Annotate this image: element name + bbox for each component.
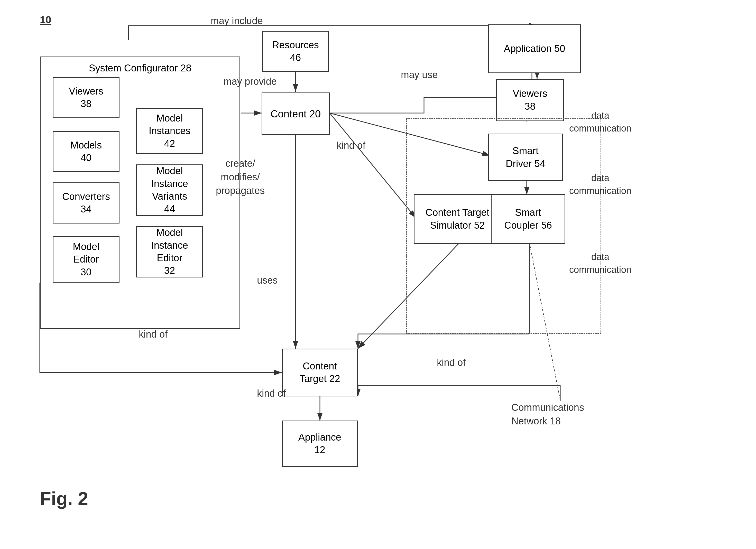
model-editor-box: Model Editor 30 [53,236,119,283]
diagram-ref: 10 [40,14,51,26]
label-uses: uses [257,275,278,286]
appliance-label: Appliance 12 [298,431,341,457]
smart-driver-box: Smart Driver 54 [488,134,563,181]
system-configurator-label: System Configurator 28 [89,62,191,75]
viewers-right-box: Viewers 38 [496,79,564,121]
content-label: Content 20 [271,107,321,120]
label-may-provide: may provide [224,76,277,87]
smart-driver-label: Smart Driver 54 [506,145,545,170]
smart-coupler-label: Smart Coupler 56 [504,206,552,232]
label-may-use: may use [401,69,438,80]
application-label: Application 50 [504,42,565,55]
content-box: Content 20 [262,92,330,135]
resources-box: Resources 46 [262,31,329,72]
model-editor-label: Model Editor 30 [73,240,99,278]
appliance-box: Appliance 12 [282,421,358,467]
label-kind-of-appliance: kind of [257,388,286,399]
viewers-left-label: Viewers 38 [69,85,103,110]
model-instance-variants-box: Model Instance Variants 44 [136,164,203,216]
model-instances-box: Model Instances 42 [136,108,203,154]
label-kind-of-comms: kind of [437,357,466,368]
converters-label: Converters 34 [62,190,110,216]
label-create-modifies: create/ modifies/ propagates [216,157,265,198]
model-instance-variants-label: Model Instance Variants 44 [151,165,188,216]
label-may-include: may include [211,15,263,26]
label-data-comm-2: data communication [569,172,631,198]
content-target-simulator-box: Content Target Simulator 52 [414,194,501,244]
viewers-left-box: Viewers 38 [53,77,119,118]
fig-label: Fig. 2 [40,488,88,509]
viewers-right-label: Viewers 38 [513,87,547,113]
label-data-comm-3: data communication [569,250,631,276]
model-instances-label: Model Instances 42 [149,112,191,150]
content-target-label: Content Target 22 [299,360,340,385]
models-label: Models 40 [70,139,102,164]
svg-line-13 [330,113,416,218]
content-target-simulator-label: Content Target Simulator 52 [426,206,490,232]
model-instance-editor-box: Model Instance Editor 32 [136,226,203,277]
label-kind-of-content: kind of [337,140,365,151]
smart-coupler-box: Smart Coupler 56 [491,194,565,244]
application-box: Application 50 [488,24,581,73]
comms-network-label: Communications Network 18 [511,401,584,428]
label-data-comm-1: data communication [569,109,631,135]
label-kind-of-sys-config: kind of [139,329,168,340]
models-box: Models 40 [53,131,119,172]
model-instance-editor-label: Model Instance Editor 32 [151,226,188,277]
diagram: 10 System Configurator 28 Viewers 38 Mod… [0,0,756,549]
content-target-box: Content Target 22 [282,349,358,396]
resources-label: Resources 46 [272,39,319,64]
converters-box: Converters 34 [53,182,119,224]
